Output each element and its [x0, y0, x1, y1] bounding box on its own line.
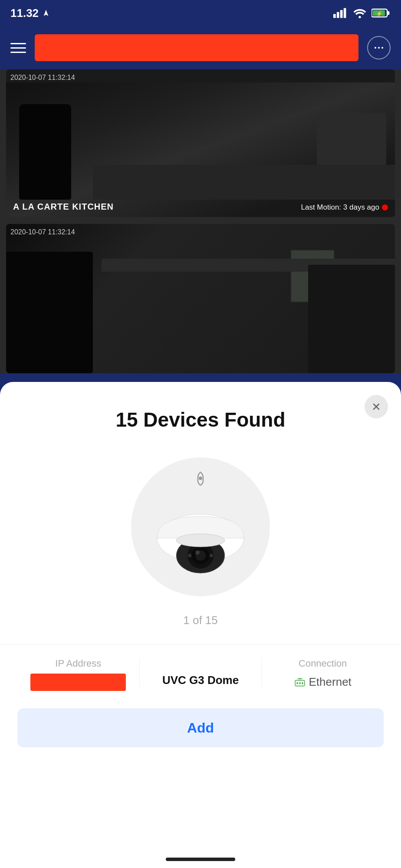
- svg-rect-3: [344, 8, 346, 18]
- wifi-icon: [352, 8, 367, 18]
- ip-address-col: IP Address: [17, 658, 139, 691]
- svg-rect-24: [302, 682, 303, 684]
- motion-indicator-1: [382, 204, 388, 210]
- camera-label-1: A LA CARTE KITCHEN: [13, 202, 114, 212]
- camera-motion-1: Last Motion: 3 days ago: [301, 203, 388, 212]
- device-info-row: IP Address UVC G3 Dome Connection: [0, 644, 401, 691]
- more-button[interactable]: [367, 36, 391, 59]
- connection-label: Connection: [299, 658, 347, 669]
- svg-point-19: [210, 554, 213, 557]
- connection-col: Connection Ethernet: [262, 658, 384, 689]
- signal-icon: [333, 8, 348, 18]
- device-name-value: UVC G3 Dome: [162, 674, 239, 687]
- camera-timestamp-2: 2020-10-07 11:32:14: [10, 228, 75, 236]
- scene2-equip: [308, 265, 395, 373]
- ubiquiti-logo: [192, 470, 209, 491]
- status-bar: 11.32 ⚡: [0, 0, 401, 26]
- svg-point-20: [176, 534, 225, 547]
- ip-address-value-redacted: [30, 674, 126, 691]
- menu-button[interactable]: [10, 43, 26, 53]
- connection-text: Ethernet: [309, 675, 352, 689]
- device-name-label: [199, 658, 202, 669]
- svg-point-11: [199, 477, 202, 480]
- add-button-container: Add: [17, 708, 384, 747]
- pagination-text: 1 of 15: [183, 614, 218, 627]
- svg-point-17: [195, 550, 200, 555]
- sheet-title: 15 Devices Found: [115, 408, 285, 431]
- status-icons: ⚡: [333, 7, 391, 19]
- svg-rect-2: [340, 10, 343, 18]
- svg-rect-0: [333, 14, 336, 18]
- motion-text-1: Last Motion: 3 days ago: [301, 203, 379, 212]
- svg-point-10: [381, 47, 383, 49]
- svg-rect-22: [296, 682, 298, 684]
- svg-rect-1: [337, 12, 339, 18]
- device-image-container: [131, 457, 270, 596]
- battery-icon: ⚡: [371, 7, 391, 19]
- bottom-sheet: 15 Devices Found: [0, 382, 401, 868]
- status-time: 11.32: [10, 7, 50, 20]
- home-indicator: [166, 858, 235, 861]
- svg-text:⚡: ⚡: [376, 10, 383, 17]
- scene2-dark-shape: [6, 252, 93, 373]
- camera-card-2[interactable]: 2020-10-07 11:32:14: [6, 224, 395, 373]
- add-button[interactable]: Add: [17, 708, 384, 747]
- svg-point-8: [375, 47, 376, 49]
- camera-timestamp-1: 2020-10-07 11:32:14: [10, 74, 75, 82]
- camera-card-1[interactable]: 2020-10-07 11:32:14 A LA CARTE KITCHEN L…: [6, 69, 395, 217]
- ip-address-label: IP Address: [55, 658, 101, 669]
- nav-title-redacted: [35, 34, 358, 61]
- svg-rect-23: [299, 682, 300, 684]
- connection-type: Ethernet: [294, 675, 352, 689]
- dome-camera-image: [153, 512, 248, 583]
- location-icon: [42, 9, 50, 17]
- ethernet-icon: [294, 677, 306, 688]
- time-display: 11.32: [10, 7, 39, 20]
- device-name-col: UVC G3 Dome: [139, 658, 262, 687]
- svg-point-9: [378, 47, 380, 49]
- camera-scene-1: [6, 69, 395, 217]
- close-button[interactable]: [365, 395, 388, 418]
- svg-rect-5: [387, 11, 389, 15]
- svg-point-18: [188, 554, 191, 557]
- camera-feed-area: 2020-10-07 11:32:14 A LA CARTE KITCHEN L…: [0, 69, 401, 373]
- nav-bar: [0, 26, 401, 69]
